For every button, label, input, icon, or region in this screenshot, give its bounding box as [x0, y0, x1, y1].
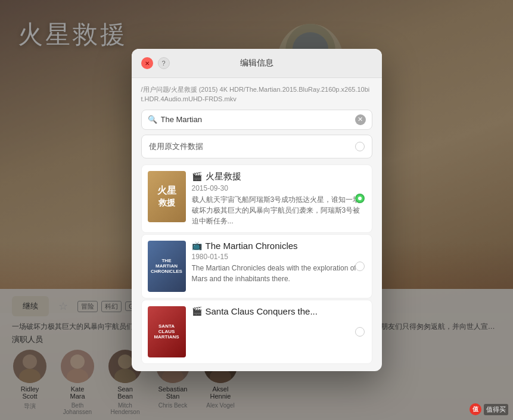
result-radio-1[interactable] — [355, 194, 365, 203]
modal-header-left: ✕ ? — [141, 57, 170, 69]
result-info-2: 📺 The Martian Chronicles 1980-01-15 The … — [192, 241, 366, 292]
modal-help-button[interactable]: ? — [158, 57, 170, 69]
result-item-1[interactable]: 火星 救援 🎬 火星救援 2015-09-30 载人航天宇宙飞船阿瑞斯3号成功抵… — [141, 164, 372, 233]
radio-selected-indicator — [355, 194, 365, 203]
result-poster-2: THEMARTIANCHRONICLES — [148, 241, 186, 292]
search-bar: 🔍 ✕ — [141, 110, 372, 130]
use-original-row[interactable]: 使用原文件数据 — [141, 135, 372, 158]
search-input[interactable] — [161, 115, 352, 124]
result-desc-1: 载人航天宇宙飞船阿瑞斯3号成功抵达火星，谁知一场破坏力极其巨大的风暴向宇航员们袭… — [192, 194, 366, 226]
result-source-icon-1: 🎬 — [192, 172, 202, 181]
result-poster-3: SANTACLAUSMARTIANS — [148, 306, 186, 357]
result-title-row-2: 📺 The Martian Chronicles — [192, 241, 366, 251]
radio-unselected-indicator-3 — [355, 327, 365, 337]
result-item-2[interactable]: THEMARTIANCHRONICLES 📺 The Martian Chron… — [141, 234, 372, 298]
modal-close-button[interactable]: ✕ — [141, 57, 153, 69]
file-path: /用户问题/火星救援 (2015) 4K HDR/The.Martian.201… — [141, 85, 372, 104]
watermark-logo: 值 — [470, 403, 481, 415]
modal-overlay[interactable]: ✕ ? 编辑信息 /用户问题/火星救援 (2015) 4K HDR/The.Ma… — [0, 0, 513, 420]
result-source-icon-2: 📺 — [192, 241, 202, 250]
results-list: 火星 救援 🎬 火星救援 2015-09-30 载人航天宇宙飞船阿瑞斯3号成功抵… — [141, 164, 372, 364]
result-title-3: Santa Claus Conquers the... — [206, 306, 318, 316]
search-icon: 🔍 — [148, 115, 157, 124]
result-title-1: 火星救援 — [206, 171, 241, 182]
result-item-3[interactable]: SANTACLAUSMARTIANS 🎬 Santa Claus Conquer… — [141, 300, 372, 364]
search-clear-button[interactable]: ✕ — [355, 114, 366, 125]
result-title-row-3: 🎬 Santa Claus Conquers the... — [192, 306, 366, 316]
result-info-3: 🎬 Santa Claus Conquers the... — [192, 306, 366, 357]
result-date-2: 1980-01-15 — [192, 253, 366, 261]
use-original-label: 使用原文件数据 — [149, 141, 203, 152]
edit-info-modal: ✕ ? 编辑信息 /用户问题/火星救援 (2015) 4K HDR/The.Ma… — [132, 49, 382, 371]
radio-unselected-indicator-2 — [355, 262, 365, 271]
result-title-row-1: 🎬 火星救援 — [192, 171, 366, 182]
result-desc-2: The Martian Chronicles deals with the ex… — [192, 263, 366, 284]
result-source-icon-3: 🎬 — [192, 306, 202, 316]
result-radio-2[interactable] — [355, 262, 365, 271]
modal-title: 编辑信息 — [170, 58, 344, 69]
watermark: 值 值得买 — [470, 403, 508, 415]
result-poster-1: 火星 救援 — [148, 171, 186, 222]
modal-header: ✕ ? 编辑信息 — [132, 49, 382, 78]
result-radio-3[interactable] — [355, 327, 365, 337]
modal-body: /用户问题/火星救援 (2015) 4K HDR/The.Martian.201… — [132, 78, 382, 371]
watermark-text: 值得买 — [484, 404, 508, 415]
use-original-radio[interactable] — [355, 142, 365, 151]
result-title-2: The Martian Chronicles — [206, 241, 298, 251]
result-info-1: 🎬 火星救援 2015-09-30 载人航天宇宙飞船阿瑞斯3号成功抵达火星，谁知… — [192, 171, 366, 226]
result-date-1: 2015-09-30 — [192, 184, 366, 192]
